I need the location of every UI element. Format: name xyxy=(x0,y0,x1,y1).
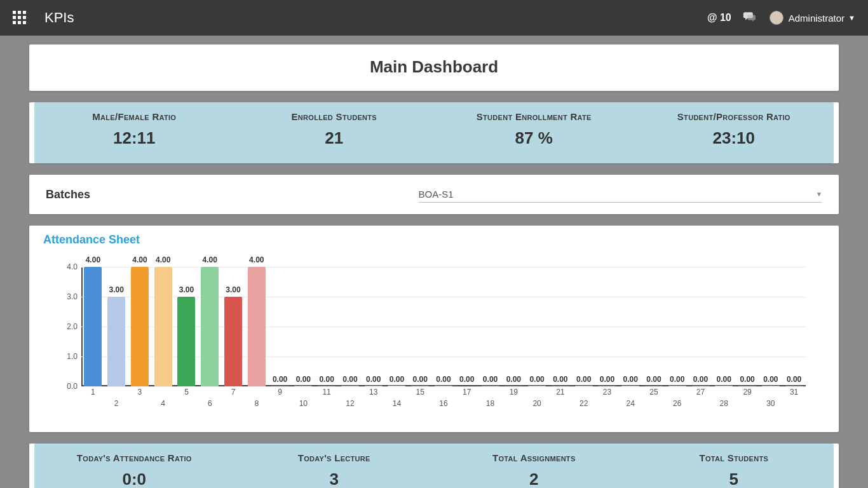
kpi-bottom-3: Total Students5 xyxy=(634,444,834,488)
x-tick: 6 xyxy=(208,399,212,408)
bar-value: 0.00 xyxy=(787,375,801,384)
bar-value: 0.00 xyxy=(740,375,754,384)
bar-value: 0.00 xyxy=(506,375,521,384)
x-tick: 15 xyxy=(416,388,424,396)
x-tick: 20 xyxy=(532,399,541,408)
bar-value: 0.00 xyxy=(296,375,311,384)
x-tick: 24 xyxy=(627,399,635,408)
bar-value: 4.00 xyxy=(203,255,217,264)
kpi-bottom-0: Today's Attendance Ratio0:0 xyxy=(34,444,234,488)
bar-value: 3.00 xyxy=(179,285,194,294)
kpi-bottom-label: Total Students xyxy=(638,452,831,463)
bar-value: 0.00 xyxy=(436,375,451,384)
x-tick: 5 xyxy=(184,388,189,396)
chevron-down-icon: ▼ xyxy=(816,191,822,198)
kpi-bottom-value: 2 xyxy=(438,470,630,488)
x-tick: 18 xyxy=(486,399,494,408)
mentions-count: 10 xyxy=(720,12,731,23)
y-tick: 3.0 xyxy=(52,292,78,301)
x-tick: 1 xyxy=(91,388,95,396)
x-tick: 9 xyxy=(278,388,282,396)
x-tick: 26 xyxy=(673,399,681,408)
kpi-bottom-value: 3 xyxy=(238,470,431,488)
x-tick: 19 xyxy=(510,388,518,396)
bar-value: 0.00 xyxy=(342,375,357,384)
y-tick: 4.0 xyxy=(52,262,78,271)
x-tick: 13 xyxy=(369,388,377,396)
x-tick: 12 xyxy=(346,399,354,408)
y-tick: 2.0 xyxy=(52,322,78,331)
bar-value: 4.00 xyxy=(132,255,147,264)
kpi-top-label: Male/Female Ratio xyxy=(38,111,231,122)
top-bar: KPIs @ 10 Administrator ▼ xyxy=(0,0,868,36)
x-tick: 4 xyxy=(161,399,165,408)
chat-icon[interactable] xyxy=(743,11,756,25)
x-tick: 27 xyxy=(696,388,705,396)
bar-value: 0.00 xyxy=(366,375,381,384)
y-tick: 0.0 xyxy=(52,382,78,391)
attendance-chart: 0.01.02.03.04.04.003.004.004.003.004.003… xyxy=(43,253,812,418)
bar-value: 0.00 xyxy=(553,375,567,384)
y-tick: 1.0 xyxy=(52,352,78,361)
kpi-bottom-value: 5 xyxy=(638,470,831,488)
x-tick: 7 xyxy=(231,388,236,396)
bar-value: 0.00 xyxy=(483,375,498,384)
x-tick: 16 xyxy=(439,399,447,408)
selector-label: Batches xyxy=(46,188,419,201)
kpi-top-label: Student Enrollment Rate xyxy=(438,111,630,122)
x-tick: 30 xyxy=(766,399,775,408)
x-tick: 14 xyxy=(393,399,401,408)
bar-value: 3.00 xyxy=(226,285,240,294)
x-tick: 29 xyxy=(743,388,751,396)
bar-value: 0.00 xyxy=(390,375,404,384)
bar-value: 0.00 xyxy=(529,375,544,384)
kpi-top-value: 12:11 xyxy=(38,128,231,148)
bar-value: 0.00 xyxy=(459,375,474,384)
bar-value: 0.00 xyxy=(273,375,287,384)
bar-value: 0.00 xyxy=(646,375,661,384)
kpi-bottom-panel: Today's Attendance Ratio0:0Today's Lectu… xyxy=(29,444,839,488)
user-menu[interactable]: Administrator ▼ xyxy=(770,11,855,25)
bar-value: 0.00 xyxy=(623,375,638,384)
bar-value: 3.00 xyxy=(109,285,123,294)
bar-value: 0.00 xyxy=(693,375,708,384)
kpi-bottom-label: Today's Lecture xyxy=(238,452,431,463)
kpi-bottom-1: Today's Lecture3 xyxy=(234,444,435,488)
kpi-bottom-value: 0:0 xyxy=(38,470,231,488)
user-name: Administrator xyxy=(789,13,844,24)
x-tick: 28 xyxy=(720,399,728,408)
mentions-button[interactable]: @ 10 xyxy=(707,12,731,24)
chart-panel: Attendance Sheet 0.01.02.03.04.04.003.00… xyxy=(29,226,839,432)
bar-value: 0.00 xyxy=(600,375,614,384)
selector-panel: Batches BOA-S1 ▼ xyxy=(29,175,839,214)
chart-title: Attendance Sheet xyxy=(43,233,825,247)
kpi-top-1: Enrolled Students21 xyxy=(234,102,435,163)
kpi-top-value: 21 xyxy=(238,128,431,148)
avatar-icon xyxy=(770,11,783,25)
kpi-bottom-2: Total Assignments2 xyxy=(434,444,634,488)
x-tick: 21 xyxy=(556,388,564,396)
x-tick: 11 xyxy=(322,388,330,396)
x-tick: 31 xyxy=(790,388,798,396)
x-tick: 23 xyxy=(603,388,611,396)
x-tick: 3 xyxy=(138,388,142,396)
bar-value: 0.00 xyxy=(576,375,591,384)
x-tick: 22 xyxy=(580,399,588,408)
bar-value: 4.00 xyxy=(249,255,264,264)
main-scroll[interactable]: Main Dashboard Male/Female Ratio12:11Enr… xyxy=(0,36,868,488)
x-tick: 17 xyxy=(463,388,471,396)
batch-selected-value: BOA-S1 xyxy=(419,189,454,200)
bar-value: 0.00 xyxy=(413,375,428,384)
bar-value: 0.00 xyxy=(763,375,778,384)
kpi-top-value: 87 % xyxy=(438,128,630,148)
kpi-top-2: Student Enrollment Rate87 % xyxy=(434,102,634,163)
kpi-top-panel: Male/Female Ratio12:11Enrolled Students2… xyxy=(29,102,839,163)
batch-select[interactable]: BOA-S1 ▼ xyxy=(419,186,822,203)
kpi-top-3: Student/Professor Ratio23:10 xyxy=(634,102,834,163)
bar-value: 0.00 xyxy=(319,375,334,384)
dashboard-title: Main Dashboard xyxy=(29,44,839,91)
app-title: KPIs xyxy=(44,10,74,26)
kpi-top-value: 23:10 xyxy=(638,128,831,148)
apps-icon[interactable] xyxy=(13,11,27,25)
bar-value: 4.00 xyxy=(156,255,170,264)
